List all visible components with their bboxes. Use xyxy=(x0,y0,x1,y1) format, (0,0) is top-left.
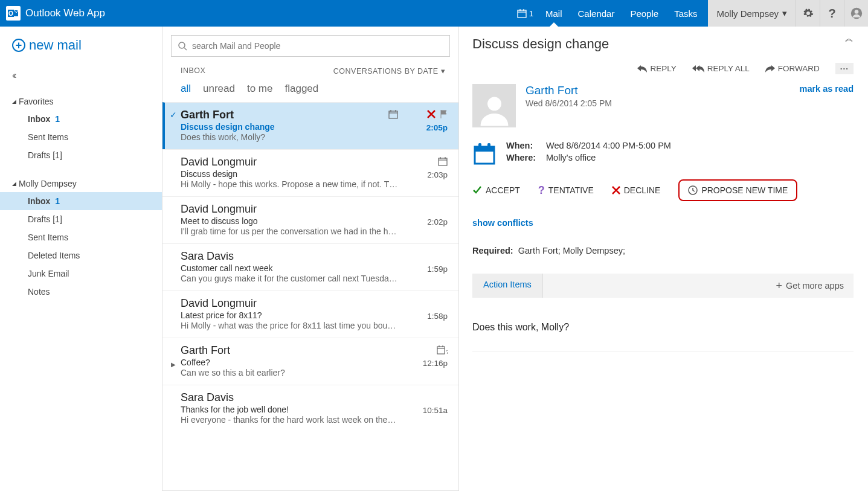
nav-people[interactable]: People xyxy=(629,1,660,26)
calendar-icon xyxy=(472,141,497,165)
app-title: Outlook Web App xyxy=(25,7,105,19)
new-mail-button[interactable]: + new mail xyxy=(12,37,162,53)
more-actions-button[interactable]: ··· xyxy=(835,63,854,74)
nav-item[interactable]: Notes xyxy=(0,283,162,301)
calendar-icon xyxy=(438,156,448,166)
forward-button[interactable]: FORWARD xyxy=(765,64,820,73)
calendar-tentative-icon: ? xyxy=(437,344,448,355)
message-time: 2:02p xyxy=(427,217,448,226)
triangle-down-icon: ◢ xyxy=(12,181,16,187)
message-time: 2:05p xyxy=(426,123,448,132)
nav-tasks[interactable]: Tasks xyxy=(673,1,698,26)
nav-item[interactable]: Drafts [1] xyxy=(0,146,162,164)
collapse-nav-button[interactable]: ‹‹ xyxy=(12,70,162,81)
nav-item[interactable]: Inbox1 xyxy=(0,110,162,128)
sender-meta: Garth Fort Wed 8/6/2014 2:05 PM xyxy=(526,84,612,127)
filter-unread[interactable]: unread xyxy=(203,83,235,95)
mark-as-read-link[interactable]: mark as read xyxy=(800,84,854,127)
account-button[interactable] xyxy=(844,0,868,27)
where-value: Molly's office xyxy=(546,153,596,162)
calendar-count: 1 xyxy=(529,9,533,18)
search-input[interactable] xyxy=(192,41,443,51)
message-from: David Longmuir xyxy=(181,297,448,310)
calendar-icon xyxy=(517,8,527,18)
flag-icon[interactable] xyxy=(440,109,448,119)
nav-item[interactable]: Inbox1 xyxy=(0,192,162,210)
decline-button[interactable]: DECLINE xyxy=(612,185,661,195)
get-more-apps-button[interactable]: + Get more apps xyxy=(767,274,854,298)
nav-item[interactable]: Sent Items xyxy=(0,128,162,146)
message-item[interactable]: ✓Garth FortDiscuss design changeDoes thi… xyxy=(162,102,458,149)
message-time: 12:16p xyxy=(423,359,448,368)
reply-all-button[interactable]: REPLY ALL xyxy=(692,64,750,73)
message-subject: Latest price for 8x11? xyxy=(181,310,448,320)
folder-label: INBOX xyxy=(181,66,205,75)
message-list-panel: INBOX CONVERSATIONS BY DATE ▾ all unread… xyxy=(162,27,459,491)
message-item[interactable]: David LongmuirLatest price for 8x11?Hi M… xyxy=(162,290,458,338)
required-value: Garth Fort; Molly Dempsey; xyxy=(518,246,625,255)
accept-button[interactable]: ACCEPT xyxy=(472,185,520,195)
when-label: When: xyxy=(506,141,544,150)
message-preview: I'll grab time for us per the conversati… xyxy=(181,226,410,236)
message-body: Does this work, Molly? xyxy=(472,322,854,351)
question-icon: ? xyxy=(538,184,545,197)
message-subject: Discuss design change xyxy=(181,122,448,132)
message-time: 10:51a xyxy=(423,406,448,415)
filter-flagged[interactable]: flagged xyxy=(285,83,318,95)
nav-item[interactable]: Deleted Items xyxy=(0,246,162,265)
message-item[interactable]: Sara DavisCustomer call next weekCan you… xyxy=(162,243,458,290)
new-mail-label: new mail xyxy=(29,37,82,53)
settings-button[interactable] xyxy=(796,0,820,27)
clock-icon xyxy=(688,185,698,195)
sort-button[interactable]: CONVERSATIONS BY DATE ▾ xyxy=(333,66,445,75)
nav-item-label: Sent Items xyxy=(28,233,68,242)
person-icon xyxy=(478,91,511,127)
reply-button[interactable]: REPLY xyxy=(637,64,676,73)
reading-pane: Discuss design change ︽ REPLY REPLY ALL … xyxy=(459,27,868,491)
message-item[interactable]: Sara DavisThanks for the job well done!H… xyxy=(162,385,458,432)
svg-line-10 xyxy=(184,48,187,50)
nav-item[interactable]: Junk Email xyxy=(0,265,162,283)
sort-label: CONVERSATIONS BY DATE xyxy=(333,67,439,75)
required-label: Required: xyxy=(472,246,513,255)
user-menu[interactable]: Molly Dempsey ▾ xyxy=(708,0,796,27)
check-icon: ✓ xyxy=(170,110,177,120)
svg-rect-15 xyxy=(439,158,447,165)
filter-to-me[interactable]: to me xyxy=(247,83,273,95)
expand-triangle-icon[interactable]: ▶ xyxy=(171,361,176,368)
nav-mail[interactable]: Mail xyxy=(544,1,564,26)
nav-item-label: Notes xyxy=(28,287,50,297)
svg-text:O: O xyxy=(8,10,13,17)
delete-icon[interactable] xyxy=(427,109,436,119)
check-icon xyxy=(472,185,482,195)
action-items-tab[interactable]: Action Items xyxy=(472,274,543,298)
nav-item[interactable]: Sent Items xyxy=(0,228,162,246)
propose-new-time-button[interactable]: PROPOSE NEW TIME xyxy=(678,179,797,201)
account-header[interactable]: ◢ Molly Dempsey xyxy=(12,175,162,192)
message-item[interactable]: ▶?Garth FortCoffee?Can we so this a bit … xyxy=(162,338,458,385)
nav-calendar[interactable]: Calendar xyxy=(577,1,616,26)
help-icon: ? xyxy=(828,7,835,21)
svg-point-8 xyxy=(854,10,858,14)
message-item[interactable]: David LongmuirDiscuss designHi Molly - h… xyxy=(162,149,458,196)
tentative-button[interactable]: ? TENTATIVE xyxy=(538,184,594,197)
message-preview: Can we so this a bit earlier? xyxy=(181,368,410,377)
when-value: Wed 8/6/2014 4:00 PM-5:00 PM xyxy=(546,141,671,150)
nav-item[interactable]: Drafts [1] xyxy=(0,210,162,228)
sender-name[interactable]: Garth Fort xyxy=(526,84,612,97)
calendar-icon xyxy=(388,109,398,119)
help-button[interactable]: ? xyxy=(820,0,844,27)
svg-point-9 xyxy=(179,42,185,48)
favorites-header[interactable]: ◢ Favorites xyxy=(12,93,162,110)
messages-container: ✓Garth FortDiscuss design changeDoes thi… xyxy=(162,102,458,490)
calendar-notifications[interactable]: 1 xyxy=(517,8,533,18)
message-subject: Coffee? xyxy=(181,358,448,367)
filter-all[interactable]: all xyxy=(181,83,191,95)
message-item[interactable]: David LongmuirMeet to discuss logoI'll g… xyxy=(162,196,458,243)
show-conflicts-link[interactable]: show conflicts xyxy=(472,218,854,228)
svg-rect-26 xyxy=(475,147,494,152)
search-box[interactable] xyxy=(171,35,450,57)
favorites-label: Favorites xyxy=(19,97,54,106)
collapse-reading-button[interactable]: ︽ xyxy=(845,36,854,40)
sender-row: Garth Fort Wed 8/6/2014 2:05 PM mark as … xyxy=(472,84,854,127)
